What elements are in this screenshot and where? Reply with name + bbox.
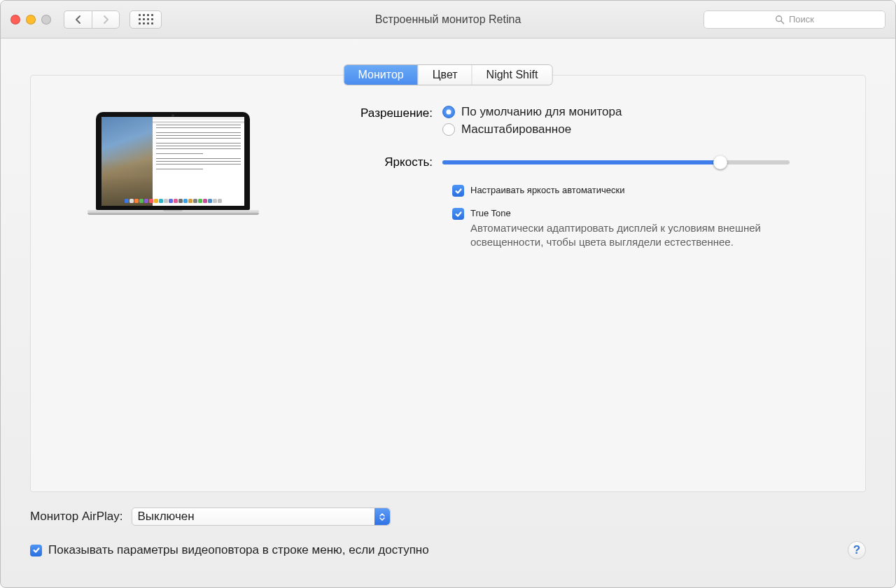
question-icon: ? [853,543,860,557]
true-tone-description: Автоматически адаптировать дисплей к усл… [470,221,792,250]
resolution-default-option[interactable]: По умолчанию для монитора [442,105,832,119]
close-icon[interactable] [10,15,20,24]
auto-brightness-checkbox[interactable]: Настраивать яркость автоматически [452,185,832,197]
laptop-icon [88,112,259,250]
checkmark-icon [452,185,464,197]
settings-form: Разрешение: По умолчанию для монитора Ма… [323,102,832,250]
maximize-icon [41,15,51,24]
settings-panel: Монитор Цвет Night Shift [30,75,866,492]
forward-button [92,10,120,29]
device-preview [64,102,281,250]
titlebar: Встроенный монитор Retina Поиск [1,1,895,38]
tab-color[interactable]: Цвет [419,65,472,85]
content-area: Монитор Цвет Night Shift [1,38,895,587]
mirroring-checkbox[interactable] [30,545,42,556]
help-button[interactable]: ? [848,541,866,559]
mirroring-label: Показывать параметры видеоповтора в стро… [48,543,429,557]
window-controls [10,15,51,24]
svg-line-1 [781,20,784,23]
checkmark-icon [452,208,464,220]
mirroring-row: Показывать параметры видеоповтора в стро… [30,541,866,559]
back-button[interactable] [64,10,92,29]
true-tone-checkbox[interactable]: True Tone Автоматически адаптировать дис… [452,208,832,250]
search-placeholder: Поиск [789,14,814,24]
airplay-dropdown[interactable]: Выключен [132,507,391,526]
search-icon [775,15,785,24]
radio-icon [442,106,455,118]
nav-buttons [64,10,120,29]
brightness-slider[interactable] [442,160,790,164]
tab-monitor[interactable]: Монитор [344,65,419,85]
radio-icon [442,123,455,136]
tab-bar: Монитор Цвет Night Shift [344,65,552,85]
resolution-scaled-option[interactable]: Масштабированное [442,122,832,136]
chevron-up-down-icon [374,508,390,525]
airplay-label: Монитор AirPlay: [30,510,123,524]
brightness-label: Яркость: [323,155,442,169]
tab-night-shift[interactable]: Night Shift [472,65,552,85]
minimize-icon[interactable] [26,15,36,24]
airplay-row: Монитор AirPlay: Выключен [30,507,866,526]
grid-icon [139,14,153,24]
slider-knob-icon[interactable] [713,155,727,169]
show-all-button[interactable] [130,10,162,29]
search-input[interactable]: Поиск [704,10,886,29]
resolution-label: Разрешение: [323,105,442,120]
preferences-window: Встроенный монитор Retina Поиск Монитор … [0,0,896,588]
